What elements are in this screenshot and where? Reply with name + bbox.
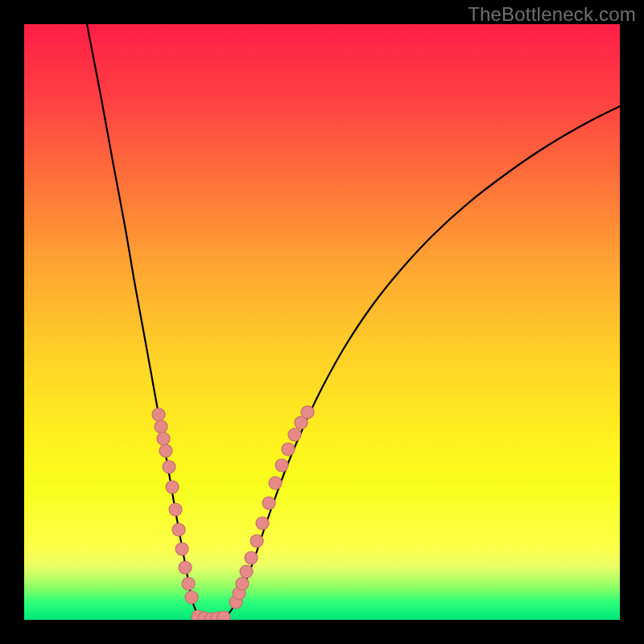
watermark-text: TheBottleneck.com [468,3,636,26]
data-point [245,551,258,564]
data-point [269,477,282,489]
data-point [301,406,314,419]
flat-dot-series [192,610,230,620]
data-point [236,577,249,590]
data-point [169,503,182,516]
data-point [256,517,269,530]
data-point [217,611,230,620]
data-point [175,543,188,555]
right-dot-series [229,406,314,609]
data-point [163,460,175,473]
chart-svg [24,24,620,620]
data-point [179,561,192,574]
left-dot-series [152,408,198,604]
data-point [157,432,170,445]
data-point [172,523,185,536]
data-point [159,444,172,457]
data-point [250,535,263,547]
data-point [288,428,301,441]
data-point [275,459,288,472]
data-point [182,577,195,590]
right-curve [221,106,620,618]
left-curve [87,24,205,618]
chart-canvas [24,24,620,620]
data-point [185,591,198,604]
data-point [166,481,179,493]
data-point [240,565,253,578]
data-point [152,408,165,421]
data-point [155,420,167,433]
data-point [262,497,275,510]
data-point [282,443,295,456]
